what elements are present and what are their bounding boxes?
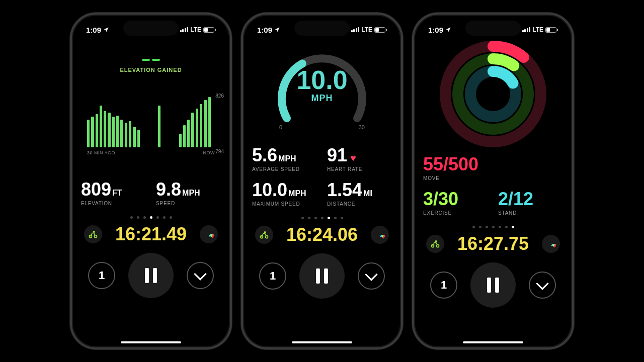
svg-point-2 <box>93 231 95 233</box>
pause-button[interactable] <box>128 253 174 298</box>
page-dot[interactable] <box>301 217 304 219</box>
elevation-bar <box>137 130 140 147</box>
page-dot[interactable] <box>334 217 337 219</box>
elevation-bar <box>129 121 131 147</box>
activity-type-button[interactable] <box>426 235 444 253</box>
activity-rings-button[interactable] <box>200 225 218 243</box>
home-indicator[interactable] <box>121 341 181 343</box>
chevron-down-icon <box>194 267 206 280</box>
gauge-value: 10.0 <box>296 67 347 93</box>
elevation-bar <box>204 100 206 147</box>
page-dot[interactable] <box>143 216 146 219</box>
cycling-icon <box>430 239 440 249</box>
stat-distance-unit: MI <box>363 190 372 198</box>
home-indicator[interactable] <box>463 341 523 343</box>
stat-speed-value: 9.8 <box>156 180 181 199</box>
page-indicator[interactable] <box>81 216 221 219</box>
stat-heart-label: HEART RATE <box>327 166 392 172</box>
page-indicator[interactable] <box>252 217 392 219</box>
elevation-bar <box>208 97 211 147</box>
page-dot[interactable] <box>328 217 330 219</box>
elevation-bar <box>96 114 98 147</box>
stat-distance: 1.54 MI DISTANCE <box>327 181 392 207</box>
elevation-bar <box>196 109 198 148</box>
stat-move-value: 55/500 <box>423 155 478 173</box>
stat-avg-speed-label: AVERAGE SPEED <box>252 166 317 172</box>
cycling-icon <box>88 229 98 239</box>
phone-elevation: 1:09 LTE 28 ELEVATION GAINED 826 794 30 … <box>70 13 232 349</box>
page-dot[interactable] <box>341 217 343 219</box>
stat-stand-value: 2/12 <box>498 190 533 208</box>
stat-elevation-label: ELEVATION <box>81 201 146 206</box>
elevation-bar <box>120 120 123 147</box>
svg-point-8 <box>264 232 266 233</box>
svg-point-7 <box>266 236 268 238</box>
lock-button[interactable]: 1 <box>259 262 286 290</box>
elevation-chart: 826 794 30 MIN AGO NOW <box>81 97 221 167</box>
page-dot[interactable] <box>321 217 324 219</box>
page-dot[interactable] <box>163 216 166 219</box>
stat-speed-label: SPEED <box>156 201 221 206</box>
page-dot[interactable] <box>137 216 139 219</box>
stat-distance-label: DISTANCE <box>327 201 392 207</box>
elevation-bar <box>125 123 127 147</box>
collapse-button[interactable] <box>358 262 385 290</box>
stat-speed-unit: MPH <box>182 189 200 197</box>
activity-type-button[interactable] <box>255 226 273 244</box>
dynamic-island <box>294 21 350 36</box>
carrier-label: LTE <box>532 26 543 33</box>
section-title: ELEVATION GAINED <box>81 67 221 73</box>
stat-stand-label: STAND <box>498 210 563 216</box>
carrier-label: LTE <box>190 26 201 33</box>
svg-point-5 <box>207 232 210 236</box>
location-icon <box>103 27 109 33</box>
page-dot[interactable] <box>492 226 495 228</box>
page-dot[interactable] <box>486 226 488 228</box>
lock-button[interactable]: 1 <box>88 262 115 289</box>
page-dot[interactable] <box>156 216 159 219</box>
page-indicator[interactable] <box>423 226 563 228</box>
page-dot[interactable] <box>150 216 152 219</box>
location-icon <box>445 27 451 33</box>
lock-button-label: 1 <box>270 269 276 283</box>
page-dot[interactable] <box>499 226 501 228</box>
page-dot[interactable] <box>479 226 481 228</box>
home-indicator[interactable] <box>292 341 352 343</box>
chart-ymax-label: 826 <box>215 93 224 99</box>
activity-rings-button[interactable] <box>371 226 389 244</box>
page-dot[interactable] <box>314 217 317 219</box>
page-dot[interactable] <box>512 226 514 228</box>
svg-point-19 <box>437 245 439 247</box>
activity-type-button[interactable] <box>84 225 102 243</box>
status-time: 1:09 <box>86 26 101 34</box>
stat-distance-value: 1.54 <box>327 181 362 199</box>
page-dot[interactable] <box>130 216 133 219</box>
location-icon <box>274 27 280 33</box>
heart-icon: ♥ <box>350 153 356 163</box>
lock-button-label: 1 <box>99 269 105 282</box>
page-dot[interactable] <box>505 226 508 228</box>
page-dot[interactable] <box>170 216 172 219</box>
stat-elevation-value: 809 <box>81 180 111 199</box>
activity-rings-button[interactable] <box>542 235 560 253</box>
collapse-button[interactable] <box>529 272 556 299</box>
speed-gauge: 10.0 MPH 0 30 <box>269 43 375 133</box>
stat-max-speed: 10.0 MPH MAXIMUM SPEED <box>252 181 317 207</box>
collapse-button[interactable] <box>187 262 214 289</box>
battery-icon: 28 <box>203 27 216 33</box>
pause-button[interactable] <box>299 253 345 299</box>
lock-button[interactable]: 1 <box>430 272 457 299</box>
workout-timer: 16:24.06 <box>286 224 358 245</box>
gauge-unit: MPH <box>311 93 333 104</box>
stat-exercise-label: EXERCISE <box>423 210 488 216</box>
lock-button-label: 1 <box>441 279 447 292</box>
pause-button[interactable] <box>470 262 516 308</box>
status-time: 1:09 <box>257 26 272 34</box>
header-dash-indicator <box>142 59 160 61</box>
stat-avg-speed: 5.6 MPH AVERAGE SPEED <box>252 146 317 172</box>
workout-timer: 16:27.75 <box>457 233 529 254</box>
stat-move: 55/500 MOVE <box>423 155 563 181</box>
page-dot[interactable] <box>308 217 310 219</box>
stat-avg-speed-unit: MPH <box>278 155 296 163</box>
page-dot[interactable] <box>472 226 475 228</box>
